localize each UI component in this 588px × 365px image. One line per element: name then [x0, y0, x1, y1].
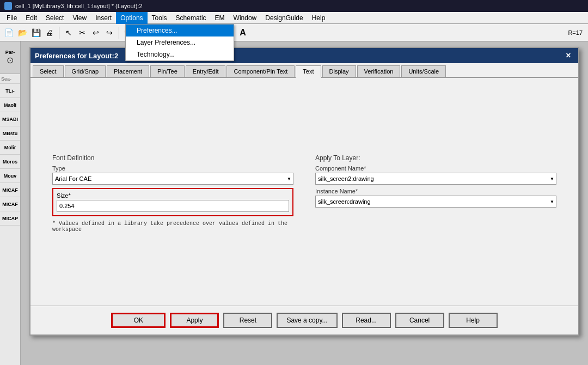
- font-definition-label: Font Definition: [52, 154, 293, 162]
- dropdown-layer-preferences[interactable]: Layer Preferences...: [126, 36, 234, 48]
- main-layout: Par- ⊙ Sea- TLi- Maoli MSABI MBstu Molir…: [0, 41, 588, 365]
- menu-tools[interactable]: Tools: [148, 12, 171, 24]
- menu-designguide[interactable]: DesignGuide: [261, 12, 307, 24]
- sidebar-micaf1[interactable]: MICAF: [0, 183, 20, 197]
- pointer-btn[interactable]: ↖: [62, 26, 75, 39]
- dialog-body: Font Definition Type Arial For CAE Arial…: [30, 78, 578, 306]
- tab-display[interactable]: Display: [322, 65, 356, 77]
- ok-button[interactable]: OK: [111, 313, 166, 328]
- sidebar-micaf2[interactable]: MICAF: [0, 197, 20, 211]
- size-input[interactable]: [57, 200, 289, 212]
- sidebar-msabi[interactable]: MSABI: [0, 112, 20, 126]
- note-text: * Values defined in a library take prece…: [52, 221, 293, 233]
- help-button[interactable]: Help: [449, 313, 498, 328]
- title-text: cell_1 [MyLibrary3_lib:cell_1:layout] * …: [15, 3, 143, 9]
- instance-name-label: Instance Name*: [315, 188, 556, 194]
- dialog-buttons: OK Apply Reset Save a copy... Read... Ca…: [30, 306, 578, 334]
- open-btn[interactable]: 📂: [16, 26, 29, 39]
- text-btn[interactable]: A: [236, 26, 249, 39]
- title-bar: cell_1 [MyLibrary3_lib:cell_1:layout] * …: [0, 0, 588, 12]
- font-definition-group: Font Definition Type Arial For CAE Arial…: [52, 154, 293, 233]
- app-icon: [4, 2, 12, 10]
- menu-options[interactable]: Options: [116, 12, 147, 24]
- type-select[interactable]: Arial For CAE Arial Times New Roman Cour…: [52, 173, 293, 185]
- apply-to-layer-label: Apply To Layer:: [315, 154, 556, 162]
- size-label-field: Size*: [57, 192, 289, 199]
- edit-tools: ↖ ✂ ↩ ↪: [62, 26, 116, 39]
- dropdown-technology[interactable]: Technology...: [126, 48, 234, 60]
- tab-text[interactable]: Text: [296, 65, 321, 78]
- main-toolbar: 📄 📂 💾 🖨 ↖ ✂ ↩ ↪ 🔍 ⊞ 🔎 ✋ ↻ ⇔ ╱ ○ A R=17: [0, 24, 588, 41]
- r-value: R=17: [568, 29, 583, 36]
- menu-edit[interactable]: Edit: [21, 12, 41, 24]
- menu-file[interactable]: File: [2, 12, 21, 24]
- save-btn[interactable]: 💾: [29, 26, 42, 39]
- menu-view[interactable]: View: [68, 12, 91, 24]
- tab-select[interactable]: Select: [33, 65, 64, 77]
- sidebar-mbstu[interactable]: MBstu: [0, 126, 20, 141]
- size-section: Size*: [52, 188, 293, 216]
- sidebar-tli[interactable]: TLi-: [0, 84, 20, 98]
- par-label: Par-: [5, 50, 15, 55]
- component-name-wrapper: silk_screen2:drawing silk_screen:drawing: [315, 173, 556, 185]
- dialog-title-bar: Preferences for Layout:2 ×: [30, 48, 578, 63]
- sidebar-mouv[interactable]: Mouv: [0, 169, 20, 183]
- component-name-label: Component Name*: [315, 165, 556, 172]
- tab-gridsnap[interactable]: Grid/Snap: [65, 65, 106, 77]
- file-tools: 📄 📂 💾 🖨: [2, 26, 56, 39]
- dialog-overlay: Preferences for Layout:2 × Select Grid/S…: [21, 41, 588, 365]
- menu-window[interactable]: Window: [229, 12, 261, 24]
- sidebar-micap[interactable]: MICAP: [0, 211, 20, 226]
- tab-entryedit[interactable]: Entry/Edit: [186, 65, 226, 77]
- sep1: [59, 27, 59, 39]
- tab-verification[interactable]: Verification: [357, 65, 401, 77]
- content-area: Preferences for Layout:2 × Select Grid/S…: [21, 41, 588, 365]
- search-label: Sea-: [0, 74, 20, 84]
- menu-em[interactable]: EM: [211, 12, 229, 24]
- tab-bar: Select Grid/Snap Placement Pin/Tee Entry…: [30, 63, 578, 78]
- save-copy-button[interactable]: Save a copy...: [277, 313, 337, 328]
- sidebar-maoli[interactable]: Maoli: [0, 98, 20, 112]
- menu-schematic[interactable]: Schematic: [171, 12, 211, 24]
- component-name-select[interactable]: silk_screen2:drawing silk_screen:drawing: [315, 173, 556, 185]
- sidebar-molir[interactable]: Molir: [0, 141, 20, 155]
- sidebar-top: Par- ⊙: [0, 41, 20, 74]
- clock-icon: ⊙: [7, 55, 14, 65]
- apply-to-layer-group: Apply To Layer: Component Name* silk_scr…: [315, 154, 556, 233]
- options-dropdown: Preferences... Layer Preferences... Tech…: [125, 24, 234, 61]
- instance-name-select[interactable]: silk_screen:drawing silk_screen2:drawing: [315, 196, 556, 208]
- menu-bar: File Edit Select View Insert Options Too…: [0, 12, 588, 24]
- cancel-button[interactable]: Cancel: [395, 313, 444, 328]
- instance-name-wrapper: silk_screen:drawing silk_screen2:drawing: [315, 196, 556, 208]
- apply-button[interactable]: Apply: [170, 313, 219, 328]
- tab-unitsscale[interactable]: Units/Scale: [401, 65, 446, 77]
- sep2: [119, 27, 119, 39]
- menu-help[interactable]: Help: [308, 12, 330, 24]
- cut-btn[interactable]: ✂: [76, 26, 89, 39]
- read-button[interactable]: Read...: [342, 313, 391, 328]
- print-btn[interactable]: 🖨: [43, 26, 56, 39]
- tab-placement[interactable]: Placement: [107, 65, 149, 77]
- menu-select[interactable]: Select: [41, 12, 68, 24]
- dropdown-preferences[interactable]: Preferences...: [126, 25, 234, 36]
- tab-pintee[interactable]: Pin/Tee: [150, 65, 185, 77]
- dialog-close-button[interactable]: ×: [563, 50, 574, 61]
- reset-button[interactable]: Reset: [223, 313, 272, 328]
- form-section: Font Definition Type Arial For CAE Arial…: [52, 154, 556, 233]
- dialog-title-text: Preferences for Layout:2: [35, 52, 118, 60]
- preferences-dialog: Preferences for Layout:2 × Select Grid/S…: [29, 47, 579, 336]
- sidebar-moros[interactable]: Moros: [0, 155, 20, 169]
- tab-componentpintext[interactable]: Component/Pin Text: [226, 65, 295, 77]
- redo-btn[interactable]: ↪: [103, 26, 116, 39]
- new-btn[interactable]: 📄: [2, 26, 15, 39]
- type-select-wrapper: Arial For CAE Arial Times New Roman Cour…: [52, 173, 293, 185]
- left-sidebar: Par- ⊙ Sea- TLi- Maoli MSABI MBstu Molir…: [0, 41, 21, 365]
- menu-insert[interactable]: Insert: [91, 12, 116, 24]
- type-label: Type: [52, 165, 293, 172]
- undo-btn[interactable]: ↩: [89, 26, 102, 39]
